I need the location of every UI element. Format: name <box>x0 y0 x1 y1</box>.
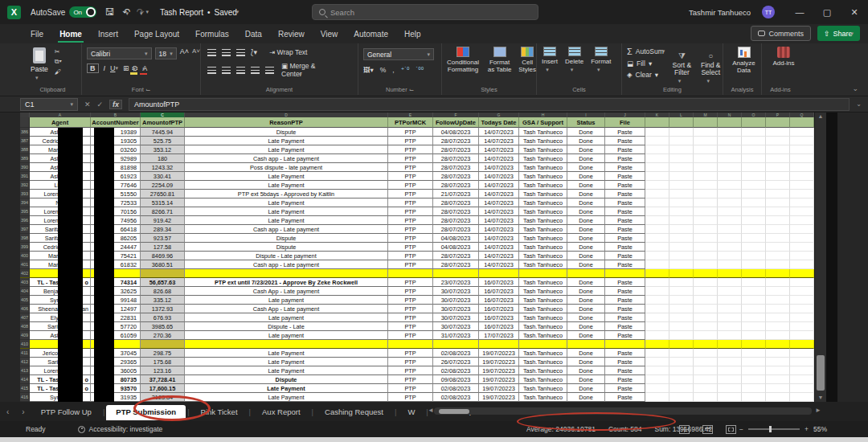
cell-todays-date[interactable]: 14/07/2023 <box>479 154 519 163</box>
cell-empty[interactable] <box>694 305 718 313</box>
cell-empty[interactable] <box>669 366 694 375</box>
header-cell-status[interactable]: Status <box>567 117 605 128</box>
cell-amount[interactable]: 1243.32 <box>141 163 185 172</box>
cell-empty[interactable] <box>742 260 766 269</box>
cell-empty[interactable] <box>742 252 766 260</box>
cell-empty[interactable] <box>766 128 790 137</box>
cell-empty[interactable] <box>694 225 718 234</box>
row-number[interactable]: 394 <box>20 198 30 207</box>
cell-empty[interactable] <box>718 181 742 190</box>
cell-reason[interactable]: Late Payment <box>185 137 388 145</box>
cell-file[interactable] <box>605 340 645 349</box>
row-number[interactable]: 416 <box>20 393 30 402</box>
cell-empty[interactable] <box>669 225 694 234</box>
cell-empty[interactable] <box>645 128 669 137</box>
cell-followup-date[interactable]: 02/08/2023 <box>433 393 479 402</box>
cell-amount[interactable]: 289.34 <box>141 225 185 234</box>
cell-empty[interactable] <box>694 145 718 154</box>
cell-ptp-or-mck[interactable]: PTP <box>388 384 433 393</box>
cell-empty[interactable] <box>742 269 766 278</box>
ribbon-tab-help[interactable]: Help <box>396 27 429 42</box>
cell-amount[interactable]: 676.93 <box>141 313 185 322</box>
cell-empty[interactable] <box>766 154 790 163</box>
cell-todays-date[interactable]: 19/07/20223 <box>479 375 519 384</box>
cell-empty[interactable] <box>694 322 718 331</box>
cell-followup-date[interactable]: 30/07/2023 <box>433 305 479 313</box>
cell-ptp-or-mck[interactable]: PTP <box>388 225 433 234</box>
cell-ptp-or-mck[interactable]: PTP <box>388 137 433 145</box>
cell-todays-date[interactable]: 19/07/20223 <box>479 366 519 375</box>
cell-todays-date[interactable]: 19/07/20223 <box>479 358 519 366</box>
cell-file[interactable] <box>605 269 645 278</box>
cell-empty[interactable] <box>694 384 718 393</box>
name-box[interactable]: C1 ▾ <box>20 98 78 111</box>
cell-reason[interactable]: Late Payment <box>185 366 388 375</box>
cell-ptp-or-mck[interactable]: PTP <box>388 393 433 402</box>
cell-empty[interactable] <box>790 234 814 243</box>
cell-followup-date[interactable] <box>433 340 479 349</box>
cell-empty[interactable] <box>718 154 742 163</box>
cell-todays-date[interactable]: 14/07/2023 <box>479 137 519 145</box>
cell-followup-date[interactable]: 28/07/2023 <box>433 145 479 154</box>
cell-empty[interactable] <box>790 128 814 137</box>
cell-empty[interactable] <box>790 216 814 225</box>
cell-gsa-support[interactable]: Tash.Tanhueco <box>519 331 567 340</box>
cell-followup-date[interactable]: 30/07/2023 <box>433 322 479 331</box>
cell-empty[interactable] <box>694 287 718 296</box>
cell-gsa-support[interactable]: Tash Tanhueco <box>519 207 567 216</box>
cell-empty[interactable] <box>669 296 694 305</box>
ribbon-tab-file[interactable]: File <box>23 27 51 42</box>
cell-empty[interactable] <box>645 154 669 163</box>
cell-empty[interactable] <box>645 225 669 234</box>
cell-file[interactable]: Paste <box>605 154 645 163</box>
cell-reason[interactable] <box>185 269 388 278</box>
cell-todays-date[interactable]: 14/07/2023 <box>479 225 519 234</box>
cell-empty[interactable] <box>645 384 669 393</box>
header-cell-empty[interactable] <box>766 117 790 128</box>
cell-followup-date[interactable]: 28/07/2023 <box>433 216 479 225</box>
cell-followup-date[interactable]: 26/07/2023 <box>433 358 479 366</box>
cell-reason[interactable]: Dispute - Late payment <box>185 252 388 260</box>
cell-empty[interactable] <box>694 181 718 190</box>
cell-empty[interactable] <box>718 393 742 402</box>
cell-amount[interactable]: 27650.81 <box>141 190 185 198</box>
cell-empty[interactable] <box>790 260 814 269</box>
cell-empty[interactable] <box>645 269 669 278</box>
row-number[interactable]: 392 <box>20 181 30 190</box>
cell-empty[interactable] <box>718 234 742 243</box>
cell-empty[interactable] <box>694 278 718 287</box>
cell-ptp-or-mck[interactable]: PTP <box>388 331 433 340</box>
cell-todays-date[interactable]: 14/07/2023 <box>479 128 519 137</box>
cell-empty[interactable] <box>694 375 718 384</box>
cell-status[interactable] <box>567 340 605 349</box>
cell-empty[interactable] <box>645 375 669 384</box>
cell-empty[interactable] <box>766 393 790 402</box>
cell-empty[interactable] <box>742 375 766 384</box>
cell-empty[interactable] <box>718 145 742 154</box>
cell-empty[interactable] <box>645 260 669 269</box>
cell-file[interactable]: Paste <box>605 234 645 243</box>
cell-status[interactable]: Done <box>567 154 605 163</box>
cell-empty[interactable] <box>694 393 718 402</box>
cell-gsa-support[interactable]: Tash Tanhueco <box>519 243 567 252</box>
number-format-select[interactable]: General▾ <box>363 48 434 60</box>
zoom-slider[interactable] <box>748 428 800 430</box>
cell-empty[interactable] <box>766 243 790 252</box>
cell-file[interactable]: Paste <box>605 313 645 322</box>
cell-gsa-support[interactable]: Tash Tanhueco <box>519 260 567 269</box>
ribbon-tab-formulas[interactable]: Formulas <box>187 27 237 42</box>
cell-amount[interactable]: 8469.96 <box>141 252 185 260</box>
cell-empty[interactable] <box>742 163 766 172</box>
cell-file[interactable]: Paste <box>605 322 645 331</box>
cell-empty[interactable] <box>718 375 742 384</box>
cell-todays-date[interactable]: 17/07/2023 <box>479 331 519 340</box>
header-cell-reasonptp[interactable]: ReasonPTP <box>185 117 388 128</box>
cell-amount[interactable]: 123.16 <box>141 366 185 375</box>
document-title[interactable]: Tash Report • Saved ▾ <box>160 8 239 17</box>
cell-empty[interactable] <box>742 384 766 393</box>
sheet-tab-pink-ticket[interactable]: Pink Ticket <box>191 404 248 419</box>
ribbon-tab-data[interactable]: Data <box>237 27 270 42</box>
cell-todays-date[interactable]: 14/07/2023 <box>479 145 519 154</box>
cell-empty[interactable] <box>742 172 766 181</box>
cell-ptp-or-mck[interactable]: PTP <box>388 145 433 154</box>
